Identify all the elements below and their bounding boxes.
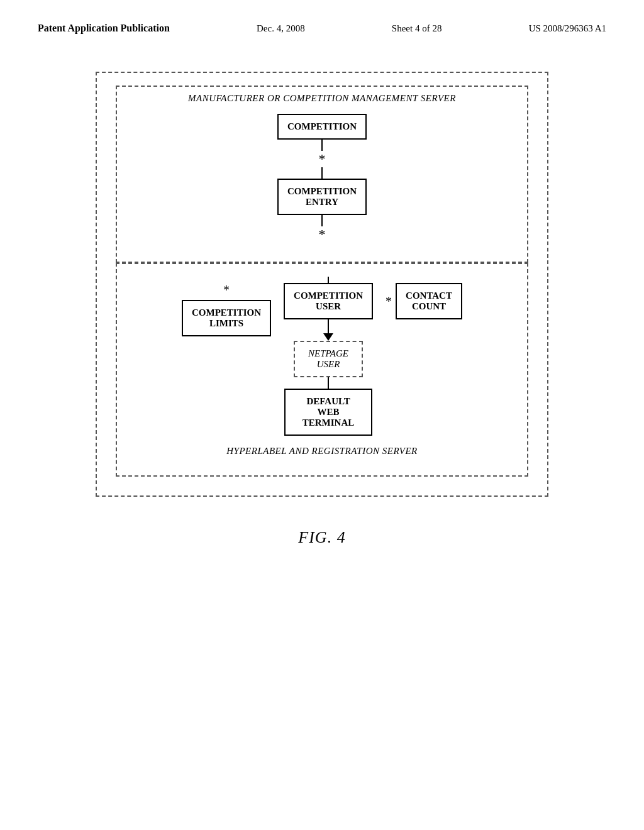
netpage-user-box: NETPAGEUSER [294, 341, 363, 377]
lower-region-label: HYPERLABEL AND REGISTRATION SERVER [136, 446, 508, 456]
competition-user-box: COMPETITIONUSER [284, 283, 373, 319]
competition-limits-col: * COMPETITIONLIMITS [182, 283, 271, 336]
line-star-to-entry [321, 167, 323, 179]
figure-caption: FIG. 4 [0, 528, 644, 547]
default-web-terminal-box: DEFAULTWEBTERMINAL [284, 389, 372, 436]
contact-count-col: * CONTACTCOUNT [386, 283, 462, 319]
header-right: US 2008/296363 A1 [529, 23, 606, 34]
star-2: * [319, 228, 326, 241]
line-comp-to-star [321, 140, 323, 151]
lower-region: * COMPETITIONLIMITS COMPETITIONUSER NETP… [116, 263, 528, 477]
line-netpage-to-default [328, 377, 329, 389]
diagram-area: MANUFACTURER OR COMPETITION MANAGEMENT S… [0, 72, 644, 497]
upper-section: COMPETITION * COMPETITIONENTRY * [136, 114, 508, 243]
star-3: * [223, 283, 230, 297]
header-center-date: Dec. 4, 2008 [257, 23, 305, 34]
competition-limits-box: COMPETITIONLIMITS [182, 300, 271, 336]
header-sheet: Sheet 4 of 28 [392, 23, 442, 34]
star-1: * [319, 152, 326, 166]
arrow-to-netpage [323, 319, 333, 341]
star-4: * [386, 294, 392, 309]
outer-container: MANUFACTURER OR COMPETITION MANAGEMENT S… [96, 72, 548, 497]
upper-region: MANUFACTURER OR COMPETITION MANAGEMENT S… [116, 86, 528, 263]
contact-count-box: CONTACTCOUNT [396, 283, 462, 319]
competition-user-col: COMPETITIONUSER NETPAGEUSER DEFAULTWEBTE… [284, 277, 373, 436]
header-left: Patent Application Publication [38, 23, 170, 34]
competition-entry-box: COMPETITIONENTRY [277, 179, 367, 215]
line-to-comp-user [328, 277, 329, 283]
line-entry-to-star2 [321, 215, 323, 226]
competition-box: COMPETITION [277, 114, 367, 140]
page-header: Patent Application Publication Dec. 4, 2… [0, 0, 644, 34]
upper-region-label: MANUFACTURER OR COMPETITION MANAGEMENT S… [136, 93, 508, 104]
